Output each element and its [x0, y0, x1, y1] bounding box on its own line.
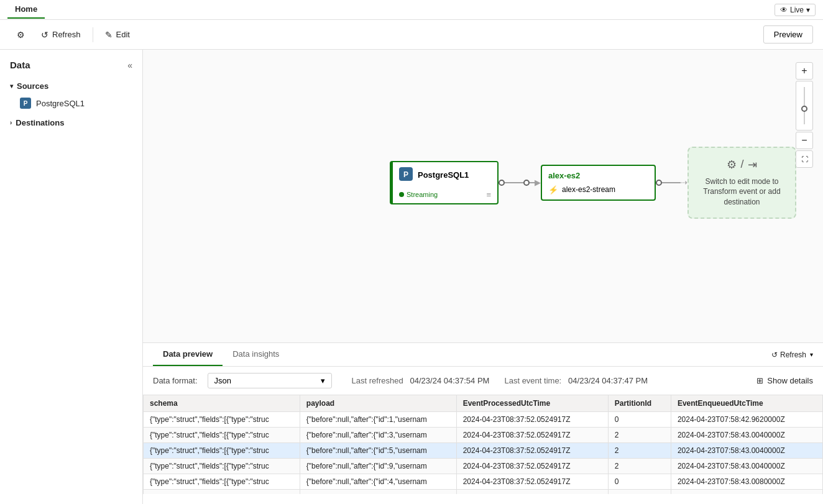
last-refreshed-label: Last refreshed [352, 376, 403, 385]
zoom-slider[interactable] [796, 81, 813, 131]
zoom-out-button[interactable]: − [796, 132, 813, 149]
destinations-chevron-icon: › [10, 119, 12, 126]
bottom-expand-icon[interactable]: ▾ [810, 351, 813, 358]
bottom-tab-actions: ↺ Refresh ▾ [771, 351, 813, 359]
source-node-header: P PostgreSQL1 [393, 162, 497, 188]
last-refreshed-value: 04/23/24 04:37:54 PM [410, 376, 490, 385]
destinations-section-header[interactable]: › Destinations [0, 114, 142, 131]
data-format-bar: Data format: Json ▾ Last refreshed 04/23… [143, 367, 823, 395]
format-value: Json [214, 376, 231, 385]
postgresql-icon: P [20, 98, 31, 109]
last-event-label: Last event time: [504, 376, 561, 385]
destination-hint-text: Switch to edit mode to Transform event o… [699, 176, 785, 208]
tab-data-insights[interactable]: Data insights [223, 343, 289, 366]
last-event-value: 04/23/24 04:37:47 PM [568, 376, 648, 385]
show-details-button[interactable]: ⊞ Show details [756, 376, 813, 385]
sidebar-header: Data « [0, 57, 142, 78]
sources-label: Sources [17, 81, 48, 91]
es2-node-header: alex-es2 [542, 166, 655, 183]
refresh-button[interactable]: ↺ Refresh [34, 25, 88, 44]
connector-1: ▶ [499, 178, 541, 187]
tab-data-preview[interactable]: Data preview [153, 343, 223, 366]
data-format-label: Data format: [153, 376, 198, 385]
col-event-enqueued: EventEnqueuedUtcTime [671, 395, 822, 412]
streaming-badge: Streaming [399, 191, 438, 198]
bottom-refresh-button[interactable]: ↺ Refresh [771, 351, 806, 359]
zoom-track [804, 87, 805, 124]
sidebar: Data « ▾ Sources P PostgreSQL1 › [0, 50, 143, 504]
title-bar: Home 👁 Live ▾ [0, 0, 823, 20]
table-row: {"type":"struct","fields":[{"type":"stru… [144, 490, 823, 495]
svg-text:P: P [24, 100, 28, 107]
postgresql1-label: PostgreSQL1 [36, 99, 85, 108]
source-node-title: PostgreSQL1 [418, 170, 469, 180]
toolbar-divider [93, 27, 93, 42]
bottom-tabs: Data preview Data insights ↺ Refresh ▾ [143, 343, 823, 367]
sources-section-header[interactable]: ▾ Sources [0, 78, 142, 94]
settings-button[interactable]: ⚙ [10, 25, 32, 44]
fit-icon: ⛶ [801, 155, 808, 163]
source-pg-icon: P [399, 167, 413, 183]
dropdown-chevron-icon: ▾ [321, 376, 325, 385]
stream-icon: ⚡ [548, 185, 558, 195]
arrow-icon-1: ▶ [535, 178, 541, 187]
zoom-in-button[interactable]: + [796, 62, 813, 80]
col-schema: schema [144, 395, 300, 412]
sidebar-title: Data [10, 60, 30, 70]
output-icon: ⇥ [748, 158, 757, 172]
data-table: schema payload EventProcessedUtcTime Par… [143, 395, 823, 494]
destinations-section: › Destinations [0, 114, 142, 131]
destination-node[interactable]: ⚙ / ⇥ Switch to edit mode to Transform e… [687, 147, 796, 219]
sidebar-item-postgresql1[interactable]: P PostgreSQL1 [0, 94, 142, 112]
svg-text:P: P [403, 170, 408, 178]
es2-stream-item: ⚡ alex-es2-stream [542, 183, 655, 199]
fit-button[interactable]: ⛶ [796, 150, 813, 168]
col-partition: PartitionId [608, 395, 671, 412]
es2-node[interactable]: alex-es2 ⚡ alex-es2-stream [541, 165, 656, 201]
settings-icon: ⚙ [17, 30, 25, 40]
toolbar: ⚙ ↺ Refresh ✎ Edit Preview [0, 20, 823, 50]
details-icon: ⊞ [756, 376, 763, 385]
source-node[interactable]: P PostgreSQL1 Streaming ≡ [390, 161, 499, 204]
preview-button[interactable]: Preview [763, 25, 813, 44]
refresh-small-icon: ↺ [771, 351, 778, 359]
zoom-thumb[interactable] [801, 106, 807, 112]
meta-info: Last refreshed 04/23/24 04:37:54 PM Last… [352, 376, 648, 385]
conn-line-3 [662, 182, 681, 183]
table-row: {"type":"struct","fields":[{"type":"stru… [144, 443, 823, 459]
home-tab[interactable]: Home [7, 1, 45, 19]
data-format-select[interactable]: Json ▾ [208, 373, 332, 388]
edit-icon: ✎ [105, 30, 113, 40]
zoom-controls: + − ⛶ [796, 62, 813, 168]
bottom-panel: Data preview Data insights ↺ Refresh ▾ D… [143, 342, 823, 504]
arrow-icon-2: ⇢ [681, 178, 687, 187]
chevron-down-icon[interactable]: ▾ [806, 6, 810, 14]
sources-section: ▾ Sources P PostgreSQL1 [0, 78, 142, 112]
canvas[interactable]: + − ⛶ [143, 50, 823, 342]
menu-icon: ≡ [486, 190, 491, 199]
table-row: {"type":"struct","fields":[{"type":"stru… [144, 412, 823, 428]
es2-stream-label: alex-es2-stream [562, 185, 615, 194]
slash-separator: / [740, 158, 743, 171]
connector-2: ⇢ [656, 178, 687, 187]
table-row: {"type":"struct","fields":[{"type":"stru… [144, 474, 823, 490]
refresh-icon: ↺ [41, 30, 48, 40]
sources-chevron-icon: ▾ [10, 83, 13, 89]
destinations-label: Destinations [16, 118, 64, 127]
conn-dot-left [499, 180, 505, 186]
eye-icon: 👁 [780, 6, 788, 14]
table-row: {"type":"struct","fields":[{"type":"stru… [144, 428, 823, 443]
status-dot [399, 192, 404, 197]
live-badge: 👁 Live ▾ [775, 4, 816, 16]
conn-dot-right [523, 180, 530, 186]
table-row: {"type":"struct","fields":[{"type":"stru… [144, 459, 823, 474]
col-event-processed: EventProcessedUtcTime [456, 395, 608, 412]
streaming-label: Streaming [407, 191, 438, 198]
edit-button[interactable]: ✎ Edit [98, 25, 137, 44]
collapse-button[interactable]: « [127, 60, 132, 70]
main-layout: Data « ▾ Sources P PostgreSQL1 › [0, 50, 823, 504]
table-body: {"type":"struct","fields":[{"type":"stru… [144, 412, 823, 495]
table-container[interactable]: schema payload EventProcessedUtcTime Par… [143, 395, 823, 494]
gear-icon: ⚙ [727, 158, 737, 172]
canvas-container: + − ⛶ [143, 50, 823, 504]
